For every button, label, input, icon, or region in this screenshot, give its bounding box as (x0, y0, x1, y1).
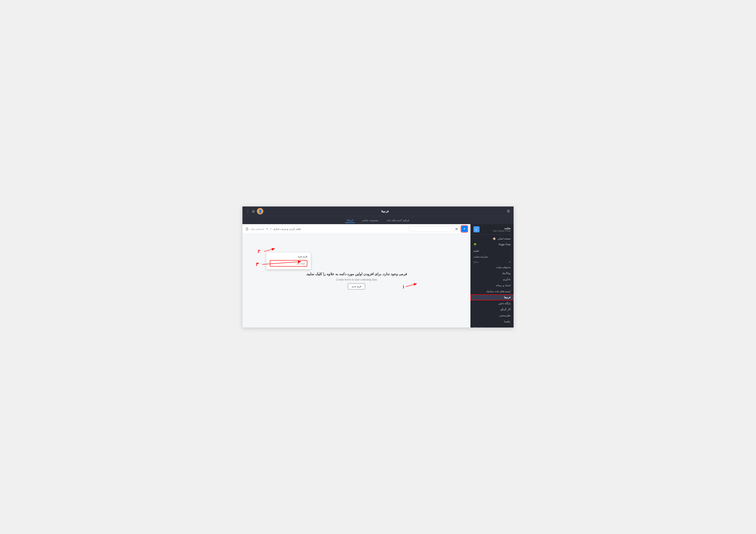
home-icon: 🏠 (493, 237, 496, 240)
chevron-right-icon: › (510, 249, 511, 252)
sidebar-label-guide: راهنما (504, 320, 511, 323)
grid-view-button[interactable]: ⊞ (454, 226, 460, 232)
settings-icon[interactable]: ⚙ (507, 209, 510, 214)
sidebar-item-dynamic-lists[interactable]: لیست‌های داده دینامیک (471, 288, 514, 294)
search-input[interactable] (409, 226, 452, 232)
toolbar: + ⊞ فیلتر کردن و مرتب سازی ↕ ▼ جستجو برا… (242, 224, 471, 234)
top-nav-left: ⚙ (507, 209, 510, 214)
sidebar-label-site-content: محتوای سایت (496, 266, 511, 269)
content-area: + ⊞ فیلتر کردن و مرتب سازی ↕ ▼ جستجو برا… (242, 224, 471, 327)
sidebar-item-reminders[interactable]: یادآوری (471, 276, 514, 282)
sidebar-item-poll[interactable]: نظرسنجی (471, 313, 514, 318)
sidebar-item-guide[interactable]: راهنما (471, 318, 514, 324)
filter-dropdown[interactable]: ▼ (266, 228, 268, 230)
sidebar-section-content: محتوا (473, 261, 479, 263)
create-form-button[interactable]: فرم جدید (348, 283, 365, 290)
sidebar-item-forms[interactable]: فرم‌ها (471, 294, 514, 300)
sidebar-item-media[interactable]: اسناد و رسانه (471, 282, 514, 288)
sidebar-item-site-content[interactable]: محتوای سایت (471, 264, 514, 270)
list-view-icon[interactable]: ☰ (245, 227, 249, 231)
sidebar-label-page-tree: Page Tree (499, 243, 511, 246)
sort-icon[interactable]: ↕ (270, 227, 272, 231)
page-tree-icon: 🌳 (473, 243, 477, 246)
empty-state-title: فرمی وجود ندارد. برای افزودن اولین مورد … (306, 272, 407, 276)
new-form-dropdown: فرم جدید (266, 252, 311, 269)
search-placeholder: جستجو برای: (250, 227, 264, 230)
sidebar-label-alar: آلار گیتگو (500, 308, 511, 311)
sidebar-site-header: سایت Sain Liferay Portal L (471, 224, 514, 234)
sidebar-site-name: سایت (493, 227, 511, 230)
sidebar-label-dynamic-lists: لیست‌های داده دینامیک (486, 290, 511, 293)
top-nav-bar: ⚙ فرم‌ها 👤 ⊞ ⋮ (242, 207, 514, 216)
sidebar-item-alar[interactable]: آلار گیتگو (471, 306, 514, 313)
sub-nav-bar: فراهم کننده های داده مجموعه عناصر فرم‌ها (242, 216, 514, 224)
sidebar-label-knowledge-base: پایگاه دانش (499, 302, 511, 305)
sidebar-item-site-builder[interactable]: › سازنده سایت (471, 254, 514, 260)
sidebar-item-categories[interactable]: › دسته بندی (471, 324, 514, 327)
sidebar-label-categories: دسته بندی (473, 326, 484, 327)
toolbar-right: فیلتر کردن و مرتب سازی ↕ ▼ جستجو برای: ☰ (245, 227, 301, 231)
dropdown-title: فرم جدید (270, 255, 307, 258)
avatar[interactable]: 👤 (257, 208, 263, 215)
sidebar-item-page-tree[interactable]: Page Tree 🌳 (471, 242, 514, 248)
sidebar-label-site-builder: سازنده سایت (473, 255, 488, 258)
sidebar-label-calendar: تقویم (473, 249, 479, 252)
sidebar-label-home: صفحه اصلی (498, 237, 511, 240)
main-layout: سایت Sain Liferay Portal L صفحه اصلی 🏠 P… (242, 224, 514, 327)
empty-state: فرمی وجود ندارد. برای افزودن اولین مورد … (242, 234, 471, 327)
sidebar: سایت Sain Liferay Portal L صفحه اصلی 🏠 P… (471, 224, 514, 327)
sidebar-label-reminders: یادآوری (503, 278, 511, 281)
more-options-icon[interactable]: ⋮ (246, 209, 250, 214)
sidebar-logo-icon: L (473, 226, 479, 232)
sidebar-label-blogs: وبلاگ‌ها (502, 272, 511, 275)
sidebar-item-blogs[interactable]: وبلاگ‌ها (471, 270, 514, 276)
sidebar-label-media: اسناد و رسانه (496, 284, 511, 287)
sidebar-item-home[interactable]: صفحه اصلی 🏠 (471, 236, 514, 242)
top-nav-right: 👤 ⊞ ⋮ (246, 208, 263, 215)
filter-sort-label: فیلتر کردن و مرتب سازی (273, 227, 301, 230)
toolbar-left: + ⊞ (409, 226, 468, 232)
add-form-button[interactable]: + (461, 226, 468, 232)
tab-forms[interactable]: فرم‌ها (345, 218, 355, 223)
chevron-right-icon: › (510, 326, 511, 328)
sidebar-site-info: سایت Sain Liferay Portal (493, 227, 511, 232)
tab-data-provider[interactable]: فراهم کننده های داده (385, 218, 411, 223)
sidebar-label-poll: نظرسنجی (499, 314, 511, 317)
sidebar-item-calendar[interactable]: › تقویم (471, 248, 514, 254)
chevron-right-icon: › (510, 256, 511, 258)
page-title: فرم‌ها (381, 210, 389, 213)
tab-element-set[interactable]: مجموعه عناصر (360, 218, 380, 223)
sidebar-site-subname: Sain Liferay Portal (493, 230, 511, 232)
empty-state-subtitle: Create forms to start collecting data (336, 278, 377, 281)
sidebar-item-knowledge-base[interactable]: پایگاه دانش (471, 300, 514, 306)
form-name-input[interactable] (270, 260, 307, 267)
sidebar-label-forms: فرم‌ها (504, 296, 511, 299)
grid-icon[interactable]: ⊞ (252, 209, 255, 214)
